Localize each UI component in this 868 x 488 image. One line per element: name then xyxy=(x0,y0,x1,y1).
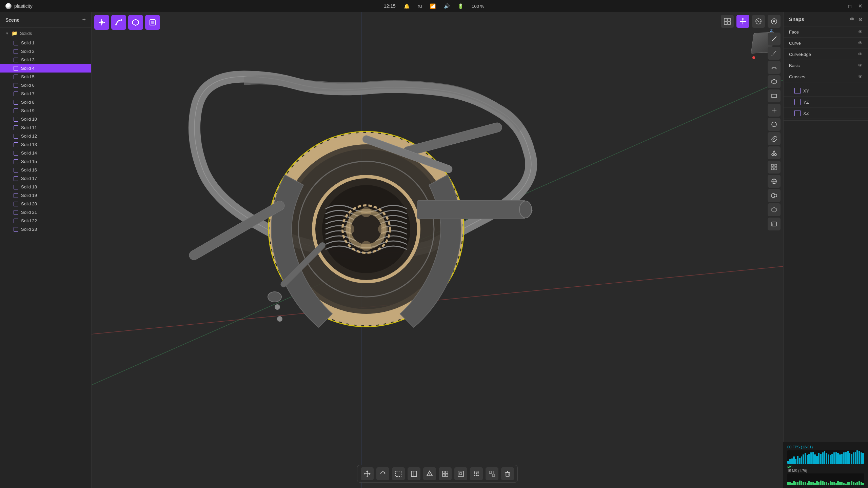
svg-point-97 xyxy=(474,473,475,474)
sidebar-item-solid-18[interactable]: Solid 18 xyxy=(0,183,91,191)
snap-toggle-button[interactable] xyxy=(736,15,749,28)
snaps-eye-icon[interactable]: 👁 xyxy=(850,17,854,22)
view-mode-button[interactable] xyxy=(768,15,781,28)
plane-yz[interactable]: YZ xyxy=(784,97,868,108)
solid-cube-icon xyxy=(14,142,18,147)
sidebar-item-solid-6[interactable]: Solid 6 xyxy=(0,81,91,89)
select-all-button[interactable] xyxy=(470,467,483,480)
fps-bar-chart xyxy=(787,450,864,464)
solid-tool-button[interactable] xyxy=(145,15,160,30)
sidebar-item-solid-14[interactable]: Solid 14 xyxy=(0,149,91,157)
select-box-button[interactable] xyxy=(392,467,405,480)
plane-xz[interactable]: XZ xyxy=(784,108,868,119)
viewport[interactable]: Z xyxy=(92,12,783,488)
sidebar-item-solid-23[interactable]: Solid 23 xyxy=(0,225,91,233)
select-point-button[interactable] xyxy=(454,467,467,480)
minimize-button[interactable]: — xyxy=(836,3,842,9)
tool-crosshair[interactable] xyxy=(768,104,781,117)
add-scene-button[interactable]: + xyxy=(82,16,86,23)
sidebar-item-solid-13[interactable]: Solid 13 xyxy=(0,140,91,149)
snap-crosses-eye[interactable]: 👁 xyxy=(858,74,863,79)
tool-sheet[interactable] xyxy=(768,218,781,230)
delete-button[interactable] xyxy=(501,467,514,480)
tool-circle[interactable] xyxy=(768,118,781,131)
tool-rect[interactable] xyxy=(768,89,781,102)
x-axis-dot xyxy=(752,56,755,59)
svg-rect-38 xyxy=(151,21,154,24)
group-button[interactable] xyxy=(486,467,498,480)
tool-boolean[interactable] xyxy=(768,203,781,216)
svg-rect-52 xyxy=(772,94,776,98)
svg-rect-21 xyxy=(417,200,526,219)
sidebar-item-solid-11[interactable]: Solid 11 xyxy=(0,123,91,132)
solid-label: Solid 20 xyxy=(21,201,37,206)
solid-cube-icon xyxy=(14,100,18,105)
overlay-toggle-button[interactable] xyxy=(752,15,765,28)
sidebar-item-solid-17[interactable]: Solid 17 xyxy=(0,174,91,183)
tool-world[interactable] xyxy=(768,175,781,188)
snap-curveedge-eye[interactable]: 👁 xyxy=(858,52,863,57)
rotate-button[interactable] xyxy=(376,467,389,480)
solid-label: Solid 9 xyxy=(21,108,35,113)
maximize-button[interactable]: □ xyxy=(848,3,851,9)
svg-marker-79 xyxy=(384,473,386,474)
curve-tool-button[interactable] xyxy=(111,15,126,30)
tool-line2[interactable] xyxy=(768,47,781,60)
tool-hex[interactable] xyxy=(768,75,781,88)
svg-marker-70 xyxy=(772,207,776,212)
app-icon xyxy=(5,3,12,9)
grid-toggle-button[interactable] xyxy=(721,15,734,28)
surface-tool-button[interactable] xyxy=(128,15,143,30)
solid-label: Solid 22 xyxy=(21,218,37,223)
sidebar-item-solid-9[interactable]: Solid 9 xyxy=(0,106,91,115)
sidebar-item-solid-21[interactable]: Solid 21 xyxy=(0,208,91,217)
solid-cube-icon xyxy=(14,159,18,164)
plane-yz-label: YZ xyxy=(803,100,809,105)
sidebar-item-solid-2[interactable]: Solid 2 xyxy=(0,47,91,56)
plane-xy-label: XY xyxy=(803,88,809,94)
solid-cube-icon xyxy=(14,58,18,62)
ms-label: MS xyxy=(787,465,864,469)
sidebar-item-solid-10[interactable]: Solid 10 xyxy=(0,115,91,123)
snap-curve-eye[interactable]: 👁 xyxy=(858,40,863,46)
select-edge-button[interactable] xyxy=(423,467,436,480)
snap-basic-eye[interactable]: 👁 xyxy=(858,63,863,68)
sidebar-item-solid-12[interactable]: Solid 12 xyxy=(0,132,91,140)
select-face-button[interactable] xyxy=(408,467,420,480)
sidebar-item-solid-3[interactable]: Solid 3 xyxy=(0,56,91,64)
point-tool-button[interactable] xyxy=(94,15,109,30)
tool-arc[interactable] xyxy=(768,61,781,74)
sidebar-item-solid-20[interactable]: Solid 20 xyxy=(0,200,91,208)
close-button[interactable]: ✕ xyxy=(858,3,863,9)
sidebar-item-solid-22[interactable]: Solid 22 xyxy=(0,217,91,225)
tool-cut[interactable] xyxy=(768,146,781,159)
svg-point-92 xyxy=(477,471,479,473)
move-button[interactable] xyxy=(361,467,374,480)
solids-section[interactable]: ▼ 📁 Solids xyxy=(0,28,91,39)
tool-subtract[interactable] xyxy=(768,189,781,202)
svg-point-98 xyxy=(478,473,479,474)
sidebar-item-solid-16[interactable]: Solid 16 xyxy=(0,166,91,174)
sidebar-item-solid-1[interactable]: Solid 1 xyxy=(0,39,91,47)
clock: 12:15 xyxy=(384,3,396,9)
svg-marker-75 xyxy=(366,470,368,472)
titlebar-center: 12:15 🔔 ru 📶 🔊 🔋 100 % xyxy=(384,3,484,9)
snap-face-eye[interactable]: 👁 xyxy=(858,29,863,35)
sidebar: Scene + ▼ 📁 Solids Solid 1 Solid 2 Solid… xyxy=(0,12,92,488)
svg-point-93 xyxy=(474,475,475,476)
select-grid-button[interactable] xyxy=(439,467,452,480)
sidebar-item-solid-4[interactable]: Solid 4 xyxy=(0,64,91,73)
snaps-slash-icon[interactable]: ⊘ xyxy=(859,17,863,22)
tool-line1[interactable] xyxy=(768,33,781,45)
plane-xy[interactable]: XY xyxy=(784,85,868,97)
tool-attach[interactable] xyxy=(768,132,781,145)
window-controls: — □ ✕ xyxy=(836,3,863,9)
sidebar-item-solid-7[interactable]: Solid 7 xyxy=(0,89,91,98)
sidebar-item-solid-19[interactable]: Solid 19 xyxy=(0,191,91,200)
solid-label: Solid 1 xyxy=(21,40,35,45)
tool-array[interactable] xyxy=(768,161,781,174)
plane-xz-icon xyxy=(794,110,801,116)
sidebar-item-solid-8[interactable]: Solid 8 xyxy=(0,98,91,106)
sidebar-item-solid-15[interactable]: Solid 15 xyxy=(0,157,91,166)
sidebar-item-solid-5[interactable]: Solid 5 xyxy=(0,73,91,81)
